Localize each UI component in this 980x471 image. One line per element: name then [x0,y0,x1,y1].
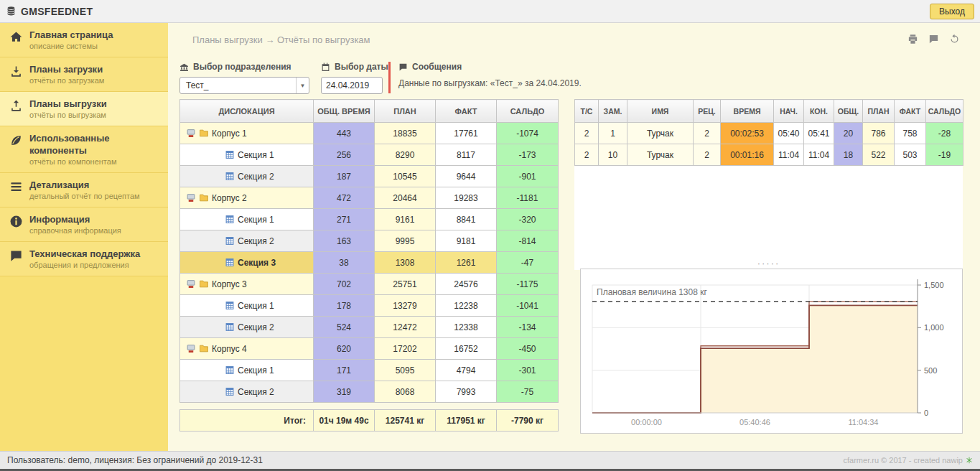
comment-icon[interactable] [928,34,939,45]
column-header[interactable]: ФАКТ [436,100,497,123]
time-cell: 38 [314,252,375,274]
location-row[interactable]: Секция 127191618841-320 [180,209,559,230]
column-header[interactable]: РЕЦ. [694,100,721,123]
location-row[interactable]: Секция 125682908117-173 [180,144,559,166]
saldo-cell: -75 [497,381,559,403]
plan-cell: 9161 [375,209,436,230]
column-header[interactable]: ВРЕМЯ [721,100,774,123]
svg-text:Плановая величина 1308 кг: Плановая величина 1308 кг [597,287,707,297]
locations-table: ДИСЛОКАЦИЯОБЩ. ВРЕМЯПЛАНФАКТСАЛЬДО Корпу… [179,99,559,403]
column-header[interactable]: Т/С [575,100,599,123]
detail-time-cell: 00:01:16 [721,144,774,166]
location-row[interactable]: Секция 216399959181-814 [180,230,559,252]
location-name-cell: Корпус 1 [180,123,314,144]
section-grid-icon [225,301,235,310]
division-label-row: Выбор подразделения [179,62,309,72]
time-cell: 620 [314,338,375,360]
location-row[interactable]: Секция 231980687993-75 [180,381,559,403]
fact-cell: 12238 [436,295,497,317]
sidebar-item-3[interactable]: Использованные компонентыотчёты по компо… [0,126,168,173]
header-actions [907,34,960,45]
print-icon[interactable] [907,34,918,45]
location-name-cell: Корпус 3 [180,274,314,295]
date-label-row: Выбор даты [321,62,388,72]
time-cell: 443 [314,123,375,144]
home-icon [9,30,23,44]
location-row[interactable]: Корпус 37022575124576-1175 [180,274,559,295]
sidebar-item-5[interactable]: Информациясправочная информация [0,207,168,242]
sidebar-item-0[interactable]: Главная страницаописание системы [0,23,168,57]
section-grid-icon [225,150,235,159]
location-row[interactable]: Секция 33813081261-47 [180,252,559,274]
location-row[interactable]: Корпус 14431883517761-1074 [180,123,559,144]
location-name-cell: Корпус 4 [180,338,314,360]
column-header[interactable]: КОН. [804,100,834,123]
saldo-cell: -1041 [497,295,559,317]
location-row[interactable]: Секция 2187105459644-901 [180,166,559,187]
device-icon [186,193,196,202]
sidebar-item-4[interactable]: Детализациядетальный отчёт по рецептам [0,173,168,207]
saldo-cell: -320 [497,209,559,230]
column-header[interactable]: САЛЬДО [926,100,963,123]
saldo-cell: -1175 [497,274,559,295]
saldo-cell: -1181 [497,187,559,209]
location-row[interactable]: Секция 25241247212338-134 [180,317,559,338]
location-name-cell: Секция 1 [180,295,314,317]
location-row[interactable]: Корпус 24722046419283-1181 [180,187,559,209]
location-name-cell: Секция 2 [180,381,314,403]
location-row[interactable]: Секция 117150954794-301 [180,360,559,381]
folder-icon [199,193,209,202]
location-name-cell: Секция 1 [180,209,314,230]
total-plan: 125741 кг [375,410,436,432]
division-label: Выбор подразделения [193,62,291,72]
svg-text:500: 500 [924,366,937,375]
credits: cfarmer.ru © 2017 - created nawip [844,456,973,465]
sidebar-item-subtitle: отчёты по загрузкам [29,75,104,86]
sidebar-item-2[interactable]: Планы выгрузкиотчёты по выгрузкам [0,92,168,126]
saldo-cell: -814 [497,230,559,252]
message-icon [398,62,408,72]
time-cell: 178 [314,295,375,317]
column-header[interactable]: ПЛАН [863,100,895,123]
time-cell: 256 [314,144,375,166]
column-header[interactable]: ДИСЛОКАЦИЯ [180,100,314,123]
refresh-icon[interactable] [949,34,960,45]
fact-cell: 16752 [436,338,497,360]
svg-text:1,500: 1,500 [924,281,944,289]
breadcrumb: Планы выгрузки → Отчёты по выгрузкам [192,34,370,45]
location-name: Секция 2 [238,172,274,182]
location-name: Корпус 3 [212,279,247,289]
date-input[interactable] [321,77,383,94]
time-cell: 472 [314,187,375,209]
fact-cell: 19283 [436,187,497,209]
logout-button[interactable]: Выход [930,4,974,19]
detail-row[interactable]: 210Турчак200:01:1611:0411:0418522503-19 [575,144,963,166]
column-header[interactable]: ОБЩ. ВРЕМЯ [314,100,375,123]
fact-cell: 1261 [436,252,497,274]
column-header[interactable]: ФАКТ [895,100,926,123]
location-name: Секция 2 [238,236,274,246]
detail-time-cell: 00:02:53 [721,123,774,144]
column-header[interactable]: НАЧ. [774,100,804,123]
location-name-cell: Секция 2 [180,166,314,187]
location-row[interactable]: Секция 11781327912238-1041 [180,295,559,317]
location-name: Секция 2 [238,322,274,332]
column-header[interactable]: ПЛАН [375,100,436,123]
plan-cell: 1308 [375,252,436,274]
sidebar-item-6[interactable]: Техническая поддержкаобращения и предлож… [0,242,168,276]
detail-plan-cell: 522 [863,144,895,166]
location-name-cell: Секция 2 [180,317,314,338]
detail-saldo-cell: -19 [926,144,963,166]
column-header[interactable]: ЗАМ. [599,100,627,123]
location-row[interactable]: Корпус 46201720216752-450 [180,338,559,360]
column-header[interactable]: ИМЯ [627,100,694,123]
location-name: Корпус 2 [212,193,247,203]
sidebar-item-1[interactable]: Планы загрузкиотчёты по загрузкам [0,57,168,92]
column-header[interactable]: ОБЩ. [834,100,863,123]
division-select[interactable]: Тест_ ▼ [179,77,309,94]
device-icon [186,129,196,138]
column-header[interactable]: САЛЬДО [497,100,559,123]
detail-row[interactable]: 21Турчак200:02:5305:4005:4120786758-28 [575,123,963,144]
time-cell: 524 [314,317,375,338]
time-cell: 319 [314,381,375,403]
